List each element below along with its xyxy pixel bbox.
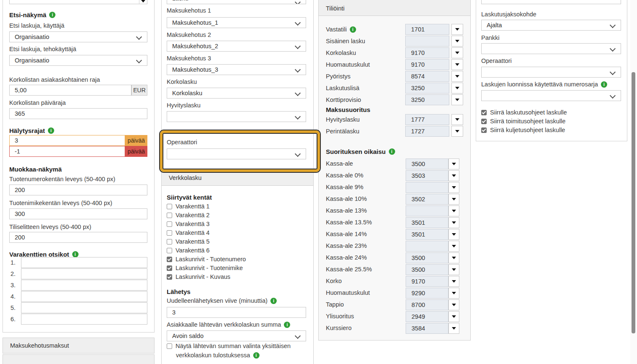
checkbox-row-varakentta-1[interactable]: Varakenttä 1: [167, 203, 210, 210]
numerosarja-select[interactable]: [481, 90, 621, 101]
korko-value-field[interactable]: 9170: [406, 276, 448, 287]
info-icon[interactable]: [389, 148, 395, 155]
checkbox[interactable]: [167, 239, 172, 244]
checkbox-row-varakentta-4[interactable]: Varakenttä 4: [167, 229, 210, 237]
varakentta-title-input-6[interactable]: [21, 314, 147, 325]
kassa-ale-25-5-value-field[interactable]: 3500: [406, 264, 448, 275]
checkbox-checked[interactable]: [481, 119, 487, 124]
clipped-top-select[interactable]: Lasku: [167, 0, 306, 4]
checkbox-row-varakentta-2[interactable]: Varakenttä 2: [167, 211, 210, 219]
checkbox-row-kuljetusohjeet[interactable]: Siirrä kuljetusohjeet laskulle: [481, 126, 565, 134]
info-icon[interactable]: [72, 251, 79, 257]
checkbox-row-laskutusohjeet[interactable]: Siirrä laskutusohjeet laskulle: [481, 109, 567, 116]
pyoristys-value-field[interactable]: 8574: [405, 71, 449, 82]
kassa-ale-10-value-field[interactable]: 3502: [406, 194, 448, 205]
kurssiero-dropdown-button[interactable]: [448, 323, 459, 334]
checkbox[interactable]: [167, 221, 172, 227]
tiliselite-leveys-input[interactable]: 200: [9, 232, 147, 243]
section-bar-maksukehotusmaksut[interactable]: Maksukehotusmaksut: [3, 338, 155, 354]
info-icon[interactable]: [48, 127, 54, 134]
kassa-ale-9-value-field[interactable]: [406, 182, 448, 193]
checkbox[interactable]: [167, 213, 172, 218]
checkbox-row-nayta-summa[interactable]: Näytä lähtevän summan valinta yksittäise…: [167, 343, 291, 350]
checkbox-checked[interactable]: [481, 127, 487, 133]
perintalasku-value-field[interactable]: 1727: [405, 126, 449, 137]
sisainen-lasku-value-field[interactable]: [405, 36, 449, 47]
varakentta-title-input-2[interactable]: [21, 268, 147, 279]
spinner-button[interactable]: [139, 0, 147, 4]
huomautuskulut2-value-field[interactable]: 9290: [406, 288, 448, 299]
kassa-ale-0-value-field[interactable]: 3503: [406, 170, 448, 181]
korttiprovisio-dropdown-button[interactable]: [451, 94, 463, 105]
checkbox-checked[interactable]: [167, 265, 172, 271]
kassa-ale-13-5-value-field[interactable]: 3501: [406, 217, 448, 228]
info-icon[interactable]: [49, 12, 55, 18]
viive-input[interactable]: 3: [167, 307, 306, 318]
kassa-ale-13-dropdown-button[interactable]: [448, 205, 459, 216]
checkbox-row-kuvaus[interactable]: Laskunrivit - Kuvaus: [167, 273, 231, 281]
etsi-tehokayttaja-select[interactable]: Organisaatio: [9, 55, 147, 66]
scrollbar-thumb[interactable]: [632, 72, 635, 333]
kassa-ale-23-value-field[interactable]: [406, 241, 448, 252]
varakentta-title-input-4[interactable]: [21, 291, 147, 302]
summa-select[interactable]: Avoin saldo: [167, 330, 306, 341]
checkbox-checked[interactable]: [481, 110, 487, 115]
operaattori-select[interactable]: [167, 148, 306, 159]
checkbox[interactable]: [167, 204, 172, 209]
info-icon[interactable]: [253, 352, 260, 359]
pankki-select[interactable]: [481, 43, 621, 54]
clipped-top-input-right[interactable]: [481, 0, 621, 4]
kassa-ale-9-dropdown-button[interactable]: [448, 182, 459, 193]
section-bar-verkkolasku[interactable]: Verkkolasku: [161, 170, 314, 186]
korkolista-raja-input[interactable]: 5,00: [9, 85, 131, 96]
huomautuskulut-dropdown-button[interactable]: [451, 59, 463, 70]
kassa-ale-24-value-field[interactable]: 3500: [406, 252, 448, 263]
clipped-top-input[interactable]: [9, 0, 147, 4]
varakentta-title-input-1[interactable]: [21, 257, 147, 268]
checkbox[interactable]: [167, 230, 172, 236]
info-icon[interactable]: [284, 322, 290, 328]
paivaraja-input[interactable]: 365: [9, 108, 147, 119]
info-icon[interactable]: [350, 26, 356, 33]
kassa-ale-13-5-dropdown-button[interactable]: [448, 217, 459, 228]
ylisuoritus-dropdown-button[interactable]: [448, 311, 459, 322]
vastatili-value-field[interactable]: 1701: [405, 24, 449, 35]
kassa-ale-value-field[interactable]: 3500: [406, 159, 448, 169]
maksukehotus2-select[interactable]: Maksukehotus_2: [167, 41, 306, 52]
kassa-ale-10-dropdown-button[interactable]: [448, 194, 459, 205]
checkbox[interactable]: [167, 248, 172, 253]
checkbox-row-tuotenimike[interactable]: Laskunrivit - Tuotenimike: [167, 264, 243, 272]
korkolasku-tili-dropdown-button[interactable]: [451, 47, 463, 58]
varakentta-title-input-3[interactable]: [21, 280, 147, 291]
korttiprovisio-value-field[interactable]: 3250: [405, 94, 449, 105]
vastatili-dropdown-button[interactable]: [451, 24, 463, 35]
perintalasku-dropdown-button[interactable]: [451, 126, 463, 137]
korkolasku-select[interactable]: Korkolasku: [167, 88, 306, 99]
kassa-ale-14-dropdown-button[interactable]: [448, 229, 459, 240]
hyvityslasku-tili-dropdown-button[interactable]: [451, 114, 463, 125]
tuotenimike-leveys-input[interactable]: 300: [9, 208, 147, 219]
hyvityslasku-select[interactable]: [167, 111, 306, 122]
ylisuoritus-value-field[interactable]: 2949: [406, 311, 448, 322]
tappio-value-field[interactable]: 8700: [406, 299, 448, 310]
huomautuskulut-value-field[interactable]: 9170: [405, 59, 449, 70]
etsi-kayttaja-select[interactable]: Organisaatio: [9, 31, 147, 42]
laskutusjaksokohde-select[interactable]: Ajalta: [481, 20, 621, 31]
checkbox-row-varakentta-5[interactable]: Varakenttä 5: [167, 238, 210, 245]
korko-dropdown-button[interactable]: [448, 276, 459, 287]
section-bar-bottom-partial[interactable]: [3, 354, 155, 364]
sisainen-lasku-dropdown-button[interactable]: [451, 36, 463, 47]
kurssiero-value-field[interactable]: 3584: [406, 323, 448, 334]
checkbox-row-varakentta-3[interactable]: Varakenttä 3: [167, 220, 210, 228]
kassa-ale-13-value-field[interactable]: [406, 205, 448, 216]
halytys-warn-input[interactable]: 3: [9, 135, 125, 146]
korkolasku-tili-value-field[interactable]: 9170: [405, 47, 449, 58]
pyoristys-dropdown-button[interactable]: [451, 71, 463, 82]
info-icon[interactable]: [270, 298, 277, 304]
maksukehotus3-select[interactable]: Maksukehotus_3: [167, 64, 306, 75]
kassa-ale-14-value-field[interactable]: 3501: [406, 229, 448, 240]
checkbox-row-toimitusohjeet[interactable]: Siirrä toimitusohjeet laskulle: [481, 117, 566, 125]
halytys-danger-input[interactable]: -1: [9, 146, 125, 157]
maksukehotus1-select[interactable]: Maksukehotus_1: [167, 17, 306, 28]
checkbox-row-varakentta-6[interactable]: Varakenttä 6: [167, 247, 210, 254]
